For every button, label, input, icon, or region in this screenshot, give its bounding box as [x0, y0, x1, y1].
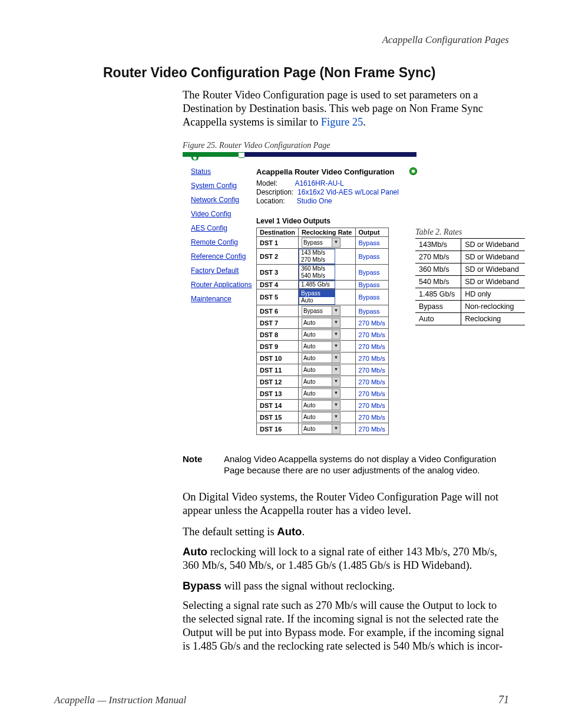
refresh-icon[interactable]	[409, 167, 417, 175]
nav-factory-default[interactable]: Factory Default	[191, 266, 262, 275]
table-row: DST 16Auto▼270 Mb/s	[257, 423, 389, 435]
chevron-down-icon[interactable]: ▼	[332, 342, 340, 351]
chevron-down-icon[interactable]: ▼	[332, 354, 340, 363]
output-cell: 270 Mb/s	[355, 317, 388, 329]
table-row: DST 6Bypass▼Bypass	[257, 305, 389, 317]
reclocking-rate-cell[interactable]: 143 Mb/s270 Mb/s	[298, 249, 355, 265]
table-row: DST 2143 Mb/s270 Mb/sBypass	[257, 249, 389, 265]
rate-dropdown[interactable]: Auto▼	[302, 365, 340, 375]
period: .	[363, 116, 366, 128]
reclocking-rate-cell[interactable]: Auto▼	[298, 423, 355, 435]
nav-network-config[interactable]: Network Config	[191, 196, 262, 204]
paragraph-auto: Auto reclocking will lock to a signal ra…	[183, 545, 510, 572]
rate-dropdown-open[interactable]: 1.485 Gb/s	[299, 281, 335, 289]
nav-status[interactable]: Status	[191, 167, 262, 176]
col-reclocking-rate: Reclocking Rate	[298, 228, 355, 237]
logo-g-icon: G	[191, 150, 199, 163]
reclocking-rate-cell[interactable]: Auto▼	[298, 411, 355, 423]
rate-dropdown-open[interactable]: BypassAuto	[299, 289, 335, 305]
chevron-down-icon[interactable]: ▼	[332, 365, 340, 374]
figure-ref-link[interactable]: Figure 25	[321, 116, 363, 128]
reclocking-rate-cell[interactable]: Auto▼	[298, 341, 355, 353]
reclocking-rate-cell[interactable]: Auto▼	[298, 388, 355, 400]
rates-row: 360 Mb/sSD or Wideband	[415, 263, 525, 276]
figure-caption: Figure 25. Router Video Configuration Pa…	[183, 141, 330, 150]
rate-dropdown[interactable]: Auto▼	[302, 341, 340, 351]
destination-cell: DST 7	[257, 317, 299, 329]
table-row: DST 5BypassAutoBypass	[257, 289, 389, 305]
reclocking-rate-cell[interactable]: Auto▼	[298, 317, 355, 329]
rate-dropdown[interactable]: Bypass▼	[302, 238, 340, 248]
nav-aes-config[interactable]: AES Config	[191, 224, 262, 232]
dropdown-option[interactable]: 540 Mb/s	[299, 272, 335, 279]
table-header-row: Destination Reclocking Rate Output	[257, 228, 389, 237]
nav-remote-config[interactable]: Remote Config	[191, 238, 262, 246]
reclocking-rate-cell[interactable]: Auto▼	[298, 353, 355, 364]
nav-video-config[interactable]: Video Config	[191, 210, 262, 218]
rate-dropdown-open[interactable]: 360 Mb/s540 Mb/s	[299, 265, 335, 280]
destination-cell: DST 10	[257, 353, 299, 364]
paragraph-selecting-rate: Selecting a signal rate such as 270 Mb/s…	[183, 599, 510, 654]
reclocking-rate-cell[interactable]: Auto▼	[298, 364, 355, 376]
output-cell: Bypass	[355, 281, 388, 289]
rate-value: 540 Mb/s	[415, 276, 461, 288]
rate-description: SD or Wideband	[461, 251, 525, 263]
model-label: Model:	[256, 179, 277, 187]
nav-system-config[interactable]: System Config	[191, 182, 262, 190]
rate-dropdown[interactable]: Auto▼	[302, 388, 340, 398]
note-text: Analog Video Acappella systems do not di…	[224, 454, 507, 476]
chevron-down-icon[interactable]: ▼	[332, 389, 340, 398]
reclocking-rate-cell[interactable]: Auto▼	[298, 376, 355, 388]
rate-dropdown[interactable]: Bypass▼	[302, 306, 340, 316]
rate-dropdown[interactable]: Auto▼	[302, 377, 340, 387]
chevron-down-icon[interactable]: ▼	[332, 424, 340, 433]
dropdown-option[interactable]: 270 Mb/s	[299, 256, 335, 263]
dropdown-option[interactable]: 1.485 Gb/s	[299, 281, 335, 288]
screenshot-topbar: G	[183, 152, 416, 162]
rates-row: 143Mb/sSD or Wideband	[415, 239, 525, 251]
rate-dropdown[interactable]: Auto▼	[302, 318, 340, 328]
destination-cell: DST 13	[257, 388, 299, 400]
dropdown-option[interactable]: 360 Mb/s	[299, 265, 335, 272]
rate-dropdown[interactable]: Auto▼	[302, 424, 340, 434]
destination-cell: DST 11	[257, 364, 299, 376]
table-row: DST 7Auto▼270 Mb/s	[257, 317, 389, 329]
chevron-down-icon[interactable]: ▼	[332, 238, 340, 247]
reclocking-rate-cell[interactable]: Auto▼	[298, 400, 355, 411]
reclocking-rate-cell[interactable]: 360 Mb/s540 Mb/s	[298, 265, 355, 281]
output-cell: 270 Mb/s	[355, 353, 388, 364]
note-label: Note	[183, 454, 202, 464]
rate-dropdown[interactable]: Auto▼	[302, 353, 340, 363]
chevron-down-icon[interactable]: ▼	[332, 413, 340, 421]
chevron-down-icon[interactable]: ▼	[332, 307, 340, 315]
intro-paragraph: The Router Video Configuration page is u…	[183, 88, 510, 129]
rate-description: Non-reclocking	[461, 301, 525, 313]
output-cell: 270 Mb/s	[355, 376, 388, 388]
reclocking-rate-cell[interactable]: BypassAuto	[298, 289, 355, 305]
dropdown-option[interactable]: Auto	[299, 297, 335, 304]
output-cell: 270 Mb/s	[355, 400, 388, 411]
rate-dropdown-open[interactable]: 143 Mb/s270 Mb/s	[299, 249, 335, 264]
output-cell: Bypass	[355, 289, 388, 305]
nav-reference-config[interactable]: Reference Config	[191, 252, 262, 261]
rates-row: 270 Mb/sSD or Wideband	[415, 251, 525, 263]
chevron-down-icon[interactable]: ▼	[332, 377, 340, 386]
reclocking-rate-cell[interactable]: Bypass▼	[298, 305, 355, 317]
chevron-down-icon[interactable]: ▼	[332, 330, 340, 339]
reclocking-rate-cell[interactable]: Auto▼	[298, 329, 355, 341]
nav-router-applications[interactable]: Router Applications	[191, 281, 262, 289]
output-cell: 270 Mb/s	[355, 341, 388, 353]
chevron-down-icon[interactable]: ▼	[332, 401, 340, 410]
reclocking-rate-cell[interactable]: Bypass▼	[298, 237, 355, 249]
rate-dropdown[interactable]: Auto▼	[302, 412, 340, 422]
reclocking-rate-cell[interactable]: 1.485 Gb/s	[298, 281, 355, 289]
rate-dropdown[interactable]: Auto▼	[302, 400, 340, 410]
rate-dropdown[interactable]: Auto▼	[302, 330, 340, 340]
dropdown-option[interactable]: Bypass	[299, 290, 335, 297]
dropdown-option[interactable]: 143 Mb/s	[299, 249, 335, 256]
chevron-down-icon[interactable]: ▼	[332, 318, 340, 327]
destination-cell: DST 9	[257, 341, 299, 353]
brand-bar-gap	[239, 152, 244, 158]
nav-maintenance[interactable]: Maintenance	[191, 295, 262, 303]
destination-cell: DST 5	[257, 289, 299, 305]
